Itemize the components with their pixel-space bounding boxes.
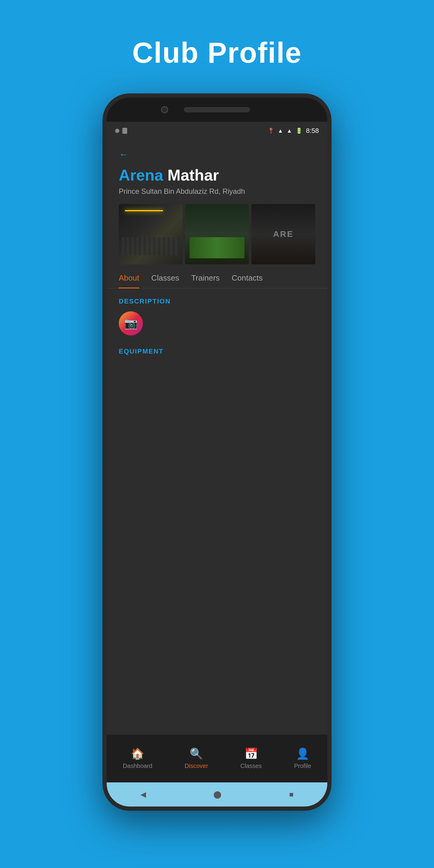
volume-up-button[interactable] — [102, 218, 105, 242]
power-button[interactable] — [329, 218, 332, 242]
discover-icon: 🔍 — [190, 747, 203, 760]
android-home-button[interactable]: ⬤ — [213, 790, 221, 799]
tab-trainers[interactable]: Trainers — [191, 266, 228, 288]
status-left — [115, 128, 127, 134]
tab-contacts[interactable]: Contacts — [232, 266, 272, 288]
instagram-button[interactable]: 📷 — [119, 311, 143, 336]
tabs-bar: About Classes Trainers Contacts — [107, 266, 327, 288]
nav-dashboard-label: Dashboard — [123, 763, 153, 770]
club-address: Prince Sultan Bin Abdulaziz Rd, Riyadh — [119, 187, 315, 195]
android-back-button[interactable]: ◀ — [141, 790, 146, 799]
nav-classes[interactable]: 📅 Classes — [240, 747, 261, 770]
nav-profile-label: Profile — [294, 763, 311, 770]
gallery-photo-1[interactable] — [119, 204, 183, 264]
club-name-second: Mathar — [167, 166, 219, 184]
app-header: ← Arena Mathar Prince Sultan Bin Abdulaz… — [107, 140, 327, 264]
nav-discover-label: Discover — [185, 763, 208, 770]
content-area: DESCRIPTION 📷 EQUIPMENT — [107, 288, 327, 734]
android-recents-button[interactable]: ■ — [289, 790, 293, 799]
profile-icon: 👤 — [296, 747, 310, 760]
description-label: DESCRIPTION — [119, 298, 315, 305]
status-bar: 📍 ▲ ▲ 🔋 8:58 — [107, 122, 327, 140]
status-time: 8:58 — [306, 127, 319, 135]
app-screen: ← Arena Mathar Prince Sultan Bin Abdulaz… — [107, 140, 327, 807]
club-name: Arena Mathar — [119, 166, 315, 184]
gallery-photo-2[interactable] — [185, 204, 249, 264]
wifi-icon: ▲ — [278, 128, 283, 134]
android-nav-bar: ◀ ⬤ ■ — [107, 782, 327, 807]
phone-notch — [107, 98, 327, 122]
back-button[interactable]: ← — [119, 149, 315, 160]
status-dot — [115, 129, 119, 133]
tab-about[interactable]: About — [119, 266, 148, 288]
nav-discover[interactable]: 🔍 Discover — [185, 747, 208, 770]
front-camera — [161, 106, 168, 113]
nav-dashboard[interactable]: 🏠 Dashboard — [123, 747, 153, 770]
page-title: Club Profile — [132, 36, 302, 69]
status-square — [122, 128, 127, 134]
gallery-photo-3[interactable] — [251, 204, 315, 264]
photo-gallery — [119, 204, 315, 264]
phone-shell: 📍 ▲ ▲ 🔋 8:58 ← Arena Mathar Prince Sulta… — [102, 93, 332, 811]
nav-classes-label: Classes — [240, 763, 261, 770]
club-name-first: Arena — [119, 166, 163, 184]
tab-classes[interactable]: Classes — [151, 266, 188, 288]
status-right: 📍 ▲ ▲ 🔋 8:58 — [268, 127, 319, 135]
bottom-nav: 🏠 Dashboard 🔍 Discover 📅 Classes 👤 Profi… — [107, 734, 327, 782]
signal-icon: ▲ — [287, 128, 292, 134]
volume-down-button[interactable] — [102, 251, 105, 281]
equipment-label: EQUIPMENT — [119, 347, 315, 355]
instagram-icon: 📷 — [124, 317, 138, 330]
nav-profile[interactable]: 👤 Profile — [294, 747, 311, 770]
classes-icon: 📅 — [244, 747, 258, 760]
phone-speaker — [184, 107, 250, 113]
location-icon: 📍 — [268, 127, 274, 134]
battery-icon: 🔋 — [296, 127, 302, 134]
dashboard-icon: 🏠 — [131, 747, 144, 760]
